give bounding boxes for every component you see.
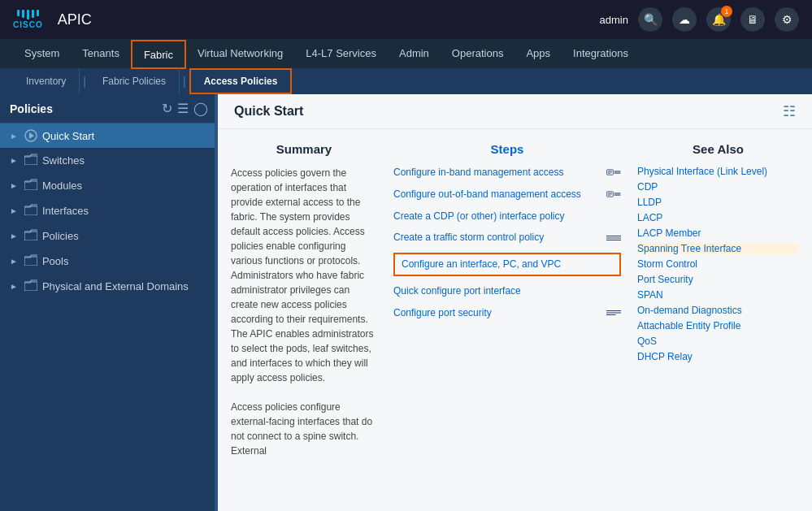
sidebar-item-label-interfaces: Interfaces xyxy=(42,205,89,217)
sidebar-item-interfaces[interactable]: ► Interfaces xyxy=(0,198,218,223)
see-also-link-5[interactable]: Spanning Tree Interface xyxy=(637,243,799,254)
see-also-link-6[interactable]: Storm Control xyxy=(637,258,799,270)
sub-nav-access-policies[interactable]: Access Policies xyxy=(189,68,293,94)
sidebar-list-btn[interactable]: ☰ xyxy=(177,101,189,116)
sidebar-circle-btn[interactable]: ◯ xyxy=(193,101,208,116)
nav-item-virtual-networking[interactable]: Virtual Networking xyxy=(186,39,294,68)
cloud-button[interactable]: ☁ xyxy=(672,7,697,32)
sidebar-item-modules[interactable]: ► Modules xyxy=(0,173,218,198)
sub-nav-divider-1: | xyxy=(80,75,89,88)
sidebar-item-pools[interactable]: ► Pools xyxy=(0,249,218,274)
see-also-link-11[interactable]: QoS xyxy=(637,336,799,347)
step-link-5[interactable]: Configure an interface, PC, and VPC xyxy=(393,253,621,276)
sidebar-item-label-quick-start: Quick Start xyxy=(42,130,94,142)
step-item-6: Quick configure port interface xyxy=(393,284,621,298)
step-item-5: Configure an interface, PC, and VPC xyxy=(393,253,621,276)
see-also-link-12[interactable]: DHCP Relay xyxy=(637,351,799,362)
nav-item-fabric[interactable]: Fabric xyxy=(131,40,186,69)
sub-nav-inventory[interactable]: Inventory xyxy=(13,68,80,94)
apic-title: APIC xyxy=(58,11,92,28)
settings-icon: ⚙ xyxy=(782,13,792,26)
sidebar-item-label-policies: Policies xyxy=(42,230,79,242)
svg-rect-4 xyxy=(24,206,37,215)
nav-item-integrations[interactable]: Integrations xyxy=(562,39,640,68)
notification-button[interactable]: 🔔 1 xyxy=(706,7,731,32)
sub-nav-fabric-policies[interactable]: Fabric Policies xyxy=(89,68,180,94)
svg-rect-7 xyxy=(24,282,37,291)
sidebar-refresh-btn[interactable]: ↻ xyxy=(162,101,172,116)
nav-item-apps[interactable]: Apps xyxy=(515,39,562,68)
display-button[interactable]: 🖥 xyxy=(740,7,765,32)
nav-item-tenants[interactable]: Tenants xyxy=(71,39,131,68)
see-also-link-8[interactable]: SPAN xyxy=(637,289,799,301)
header-right: admin 🔍 ☁ 🔔 1 🖥 ⚙ xyxy=(600,7,799,32)
svg-rect-3 xyxy=(24,181,37,190)
sidebar-item-switches[interactable]: ► Switches xyxy=(0,148,218,173)
folder-icon-physical xyxy=(24,279,37,293)
step-icon-4 xyxy=(606,232,621,244)
folder-icon-switches xyxy=(24,154,37,167)
sidebar-chevron-switches: ► xyxy=(10,156,18,165)
see-also-link-9[interactable]: On-demand Diagnostics xyxy=(637,305,799,316)
step-link-6[interactable]: Quick configure port interface xyxy=(393,284,621,298)
steps-title: Steps xyxy=(393,142,621,156)
sub-nav-divider-2: | xyxy=(180,75,189,88)
see-also-link-3[interactable]: LACP xyxy=(637,212,799,223)
sidebar-item-physical-external[interactable]: ► Physical and External Domains xyxy=(0,274,218,299)
svg-rect-5 xyxy=(24,232,37,240)
cisco-logo: CISCO xyxy=(13,10,43,29)
cisco-text: CISCO xyxy=(13,20,43,29)
see-also-link-0[interactable]: Physical Interface (Link Level) xyxy=(637,166,799,177)
nav-item-l4l7[interactable]: L4-L7 Services xyxy=(294,39,388,68)
display-icon: 🖥 xyxy=(747,13,758,26)
sidebar-item-label-modules: Modules xyxy=(42,180,82,192)
sidebar-chevron-physical: ► xyxy=(10,282,18,291)
step-link-7[interactable]: Configure port security xyxy=(393,306,600,320)
sidebar-item-quick-start[interactable]: ► Quick Start xyxy=(0,123,218,148)
step-item-7: Configure port security xyxy=(393,306,621,320)
nav-item-system[interactable]: System xyxy=(13,39,71,68)
sidebar-chevron-modules: ► xyxy=(10,181,18,190)
step-item-1: Configure in-band management access xyxy=(393,166,621,180)
step-item-4: Create a traffic storm control policy xyxy=(393,231,621,245)
list-view-icon[interactable]: ☷ xyxy=(783,102,796,120)
settings-button[interactable]: ⚙ xyxy=(775,7,799,32)
search-icon: 🔍 xyxy=(644,13,658,26)
quick-start-icon xyxy=(24,129,37,142)
svg-marker-1 xyxy=(29,132,34,139)
sidebar-chevron-quick-start: ► xyxy=(10,132,18,141)
sidebar: Policies ↻ ☰ ◯ ► Quick Start ► Switches xyxy=(0,94,218,511)
sidebar-item-label-switches: Switches xyxy=(42,154,85,167)
step-link-2[interactable]: Configure out-of-band management access xyxy=(393,188,600,201)
step-item-3: Create a CDP (or other) interface policy xyxy=(393,210,621,223)
see-also-column: See Also Physical Interface (Link Level)… xyxy=(637,142,799,458)
page-title: Quick Start xyxy=(234,104,303,119)
sidebar-item-policies[interactable]: ► Policies xyxy=(0,223,218,249)
nav-item-admin[interactable]: Admin xyxy=(388,39,441,68)
step-link-4[interactable]: Create a traffic storm control policy xyxy=(393,231,600,245)
step-link-3[interactable]: Create a CDP (or other) interface policy xyxy=(393,210,621,223)
step-icon-2 xyxy=(606,188,621,200)
admin-label: admin xyxy=(600,14,628,26)
search-button[interactable]: 🔍 xyxy=(638,7,662,32)
see-also-link-4[interactable]: LACP Member xyxy=(637,227,799,239)
notification-badge: 1 xyxy=(721,6,732,17)
sidebar-title: Policies xyxy=(10,102,53,115)
sidebar-resize-handle[interactable] xyxy=(215,94,218,511)
see-also-link-1[interactable]: CDP xyxy=(637,181,799,193)
nav-item-operations[interactable]: Operations xyxy=(441,39,515,68)
see-also-link-10[interactable]: Attachable Entity Profile xyxy=(637,320,799,331)
summary-text: Access policies govern the operation of … xyxy=(231,166,377,458)
summary-column: Summary Access policies govern the opera… xyxy=(231,142,377,458)
logo-area: CISCO APIC xyxy=(13,10,92,29)
see-also-link-2[interactable]: LLDP xyxy=(637,197,799,208)
step-link-1[interactable]: Configure in-band management access xyxy=(393,166,600,180)
summary-title: Summary xyxy=(231,142,377,156)
quick-start-body: Summary Access policies govern the opera… xyxy=(218,129,812,471)
folder-icon-modules xyxy=(24,179,37,193)
main-content: Quick Start ☷ Summary Access policies go… xyxy=(218,94,812,511)
sidebar-icon-group: ↻ ☰ ◯ xyxy=(162,101,208,116)
cloud-icon: ☁ xyxy=(679,13,690,26)
folder-icon-interfaces xyxy=(24,204,37,218)
see-also-link-7[interactable]: Port Security xyxy=(637,274,799,285)
